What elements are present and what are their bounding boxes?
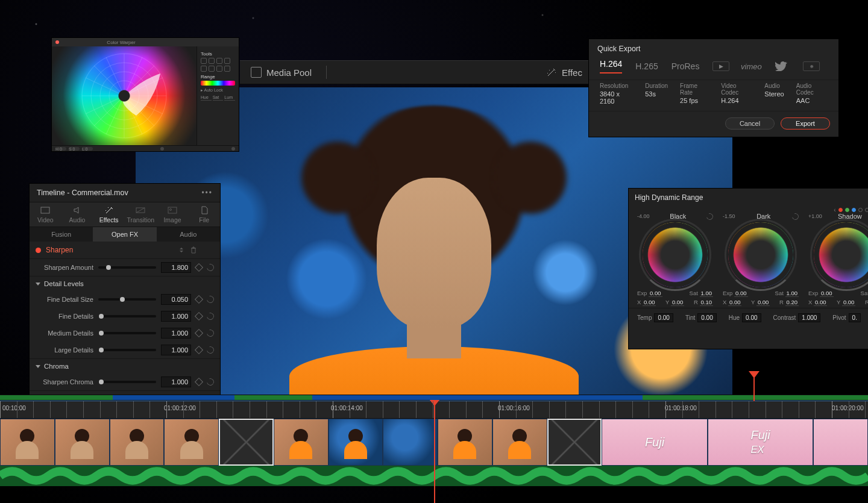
ruler-label: 01:00:18:00 [665, 405, 697, 411]
value-input[interactable]: 1.800 [161, 262, 191, 273]
slider[interactable] [98, 332, 156, 334]
keyframe-icon[interactable] [195, 263, 203, 272]
hue-field[interactable]: Hue [201, 95, 212, 101]
slider[interactable] [98, 315, 156, 317]
slider[interactable] [98, 349, 156, 351]
clip[interactable]: Fuji [602, 419, 708, 466]
value-input[interactable]: 1.000 [161, 328, 191, 339]
color-wheel[interactable] [728, 222, 793, 287]
meta-label: Audio Codec [796, 83, 814, 96]
pivot-field[interactable]: Pivot0. [832, 314, 861, 321]
chevron-left-icon[interactable]: ‹ [834, 207, 835, 213]
effects-library-button[interactable]: Effec [546, 67, 582, 78]
tab-video[interactable]: Video [30, 202, 61, 227]
keyframe-icon[interactable] [195, 329, 203, 337]
format-h265[interactable]: H.265 [635, 61, 658, 71]
group-chroma[interactable]: Chroma [30, 358, 220, 373]
twitter-icon[interactable] [773, 61, 790, 71]
footer-value[interactable]: S 0 [69, 147, 80, 151]
group-detail-levels[interactable]: Detail Levels [30, 276, 220, 291]
color-warper-titlebar[interactable]: Color Warper [52, 38, 239, 46]
keyframe-icon[interactable] [195, 312, 203, 320]
tab-file[interactable]: File [188, 202, 220, 227]
warper-tool-icons[interactable] [201, 58, 235, 64]
tab-effects[interactable]: Effects [93, 202, 125, 227]
deliver-icon[interactable]: ⎈ [803, 61, 820, 71]
media-pool-button[interactable]: Media Pool [251, 67, 312, 78]
footer-value[interactable]: H 0 [55, 147, 66, 151]
clip[interactable] [492, 419, 547, 466]
clip[interactable] [55, 419, 110, 466]
playhead-line[interactable] [434, 419, 435, 503]
clip[interactable] [438, 419, 492, 466]
clip[interactable] [164, 419, 219, 466]
wheel-black: -4.00Black Exp 0.00Sat 1.00 X 0.00Y 0.00… [637, 213, 713, 305]
warper-tool-icons-2[interactable] [201, 66, 235, 72]
playhead[interactable] [434, 401, 435, 419]
contrast-field[interactable]: Contrast1.000 [773, 314, 821, 321]
sat-field[interactable]: Sat [213, 95, 224, 101]
out-point-marker[interactable] [753, 372, 755, 401]
clip[interactable] [110, 419, 165, 466]
format-prores[interactable]: ProRes [671, 61, 700, 71]
youtube-icon[interactable]: ▶ [712, 61, 729, 71]
reset-icon[interactable] [206, 345, 215, 355]
reset-icon[interactable] [206, 295, 215, 304]
transition-clip[interactable] [219, 419, 274, 466]
format-h264[interactable]: H.264 [600, 59, 622, 73]
svg-line-6 [94, 66, 154, 126]
expand-icon[interactable] [178, 246, 185, 254]
keyframe-icon[interactable] [195, 295, 203, 304]
timeline-ruler[interactable]: 00:10:00 01:00:12:00 01:00:14:00 01:00:1… [0, 401, 868, 419]
reset-icon[interactable] [206, 263, 215, 272]
tab-transition[interactable]: Transition [125, 202, 157, 227]
clip[interactable] [0, 419, 55, 466]
trash-icon[interactable] [190, 246, 197, 254]
vimeo-icon[interactable]: vimeo [743, 61, 760, 71]
clip[interactable] [274, 419, 329, 466]
autolock-checkbox[interactable]: ▸ Auto Lock [201, 88, 235, 93]
color-wheel[interactable] [814, 222, 868, 287]
temp-field[interactable]: Temp0.00 [637, 314, 673, 321]
more-menu-icon[interactable]: ••• [201, 189, 213, 197]
value-input[interactable]: 0.050 [161, 294, 191, 305]
value-input[interactable]: 1.000 [161, 311, 191, 322]
slider[interactable] [98, 381, 156, 383]
quick-export-title: Quick Export [589, 39, 838, 54]
tab-audio[interactable]: Audio [61, 202, 93, 227]
timeline[interactable]: 00:10:00 01:00:12:00 01:00:14:00 01:00:1… [0, 401, 868, 503]
subtab-fusion[interactable]: Fusion [30, 227, 93, 242]
clip[interactable] [813, 419, 868, 466]
color-warper-wheel[interactable] [52, 46, 197, 145]
value-input[interactable]: 1.000 [161, 376, 191, 387]
hue-field[interactable]: Hue0.00 [729, 314, 761, 321]
keyframe-icon[interactable] [195, 378, 203, 386]
clip[interactable] [383, 419, 438, 466]
subtab-openfx[interactable]: Open FX [93, 227, 156, 242]
hue-bar[interactable] [201, 81, 235, 86]
effect-sharpen-header[interactable]: Sharpen [30, 242, 220, 259]
reset-icon[interactable] [206, 328, 215, 338]
reset-icon[interactable] [206, 311, 215, 321]
cancel-button[interactable]: Cancel [725, 117, 775, 130]
reset-icon[interactable] [206, 377, 215, 387]
tab-image[interactable]: Image [157, 202, 189, 227]
slider[interactable] [98, 298, 156, 301]
value-input[interactable]: 1.000 [161, 345, 191, 355]
transition-clip[interactable] [547, 419, 602, 466]
clip[interactable] [329, 419, 383, 466]
clip[interactable]: FujiEX [708, 419, 814, 466]
enable-dot-icon[interactable] [36, 248, 41, 253]
slider[interactable] [98, 266, 156, 269]
footer-value[interactable]: L 0 [82, 147, 93, 151]
hdr-pager[interactable]: ‹ › [834, 207, 868, 213]
magic-wand-icon [546, 67, 557, 78]
export-button[interactable]: Export [781, 117, 830, 130]
reset-icon[interactable] [791, 211, 800, 220]
subtab-audio[interactable]: Audio [157, 227, 220, 242]
lum-field[interactable]: Lum [224, 95, 235, 101]
color-wheel[interactable] [643, 222, 708, 287]
tint-field[interactable]: Tint0.00 [685, 314, 717, 321]
keyframe-icon[interactable] [195, 346, 203, 354]
reset-icon[interactable] [705, 211, 714, 220]
